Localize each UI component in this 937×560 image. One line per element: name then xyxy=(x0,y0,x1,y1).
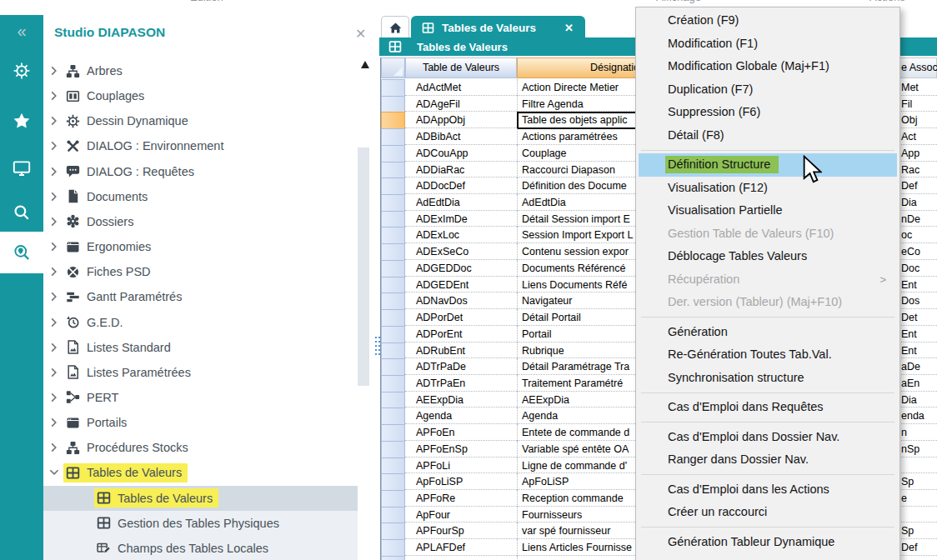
row-selector[interactable] xyxy=(381,243,405,261)
menu-item-der-version-tableur-maj-f10-[interactable]: Der. version (Tableur) (Maj+F10) xyxy=(639,291,897,314)
cell-table-de-valeurs[interactable]: Agenda xyxy=(405,408,517,424)
row-selector[interactable] xyxy=(381,473,405,491)
tree-item-couplages[interactable]: Couplages xyxy=(43,83,358,108)
menu-item-visualisation-partielle[interactable]: Visualisation Partielle xyxy=(639,199,897,222)
menu-item-g-n-ration-tableur-dynamique[interactable]: Génération Tableur Dynamique xyxy=(639,531,897,554)
menu-item-cas-d-emploi-dans-dossier-nav-[interactable]: Cas d'Emploi dans Dossier Nav. xyxy=(639,426,897,449)
chevron-right-icon[interactable] xyxy=(50,141,58,151)
table-select-all-corner[interactable] xyxy=(381,58,405,78)
row-selector[interactable] xyxy=(381,539,405,557)
row-selector[interactable] xyxy=(381,309,405,327)
chevron-right-icon[interactable] xyxy=(50,342,58,352)
cell-table-de-valeurs[interactable]: ADBibAct xyxy=(405,128,517,145)
menu-item-gestion-table-de-valeurs-f10-[interactable]: Gestion Table de Valeurs (F10) xyxy=(639,222,897,246)
menubar-item-affichage[interactable]: Affichage xyxy=(656,0,701,3)
tree-item-dossiers[interactable]: Dossiers xyxy=(43,209,358,234)
chevron-right-icon[interactable] xyxy=(50,368,58,378)
sidebar-item-monitor[interactable] xyxy=(0,148,43,189)
cell-table-de-valeurs[interactable] xyxy=(405,556,517,560)
row-selector[interactable] xyxy=(381,392,405,409)
cell-table-de-valeurs[interactable]: ADAppObj xyxy=(405,112,517,128)
cell-table-de-valeurs[interactable]: ApFour xyxy=(405,507,517,523)
row-selector[interactable] xyxy=(381,96,405,113)
tree-item-portails[interactable]: Portails xyxy=(43,410,358,435)
chevron-right-icon[interactable] xyxy=(50,292,58,302)
tab-home[interactable] xyxy=(381,16,409,39)
row-selector[interactable] xyxy=(381,194,405,212)
row-selector[interactable] xyxy=(381,145,405,162)
row-selector[interactable] xyxy=(381,227,405,244)
chevron-right-icon[interactable] xyxy=(50,267,58,277)
chevron-right-icon[interactable] xyxy=(50,318,58,328)
tree-item-gestion-des-tables-physiques[interactable]: Gestion des Tables Physiques xyxy=(43,511,358,536)
row-selector[interactable] xyxy=(381,556,405,560)
cell-table-de-valeurs[interactable]: APFoRe xyxy=(405,490,517,507)
menubar-item-edition[interactable]: Edition xyxy=(190,0,223,3)
cell-table-de-valeurs[interactable]: ADRubEnt xyxy=(405,342,517,359)
tree-item-proc-dures-stocks[interactable]: Procédures Stocks xyxy=(43,435,358,460)
tree-scrollbar-thumb[interactable] xyxy=(358,148,369,386)
chevron-right-icon[interactable] xyxy=(50,392,58,402)
chevron-down-icon[interactable] xyxy=(50,468,58,478)
tree-item-g-e-d-[interactable]: G.E.D. xyxy=(43,310,358,335)
row-selector[interactable] xyxy=(381,162,405,179)
cell-table-de-valeurs[interactable]: APFoLi xyxy=(405,458,517,474)
row-selector[interactable] xyxy=(381,260,405,278)
chevron-right-icon[interactable] xyxy=(50,116,58,126)
chevron-right-icon[interactable] xyxy=(50,418,58,428)
row-selector[interactable] xyxy=(381,358,405,376)
collapse-sidebar-button[interactable]: « xyxy=(0,22,43,40)
cell-table-de-valeurs[interactable]: ADCouApp xyxy=(405,145,517,162)
row-selector[interactable] xyxy=(381,128,405,146)
cell-table-de-valeurs[interactable]: ADTrPaDe xyxy=(405,358,517,375)
column-header-table-de-valeurs[interactable]: Table de Valeurs xyxy=(405,58,517,78)
cell-table-de-valeurs[interactable]: ADDocDef xyxy=(405,178,517,194)
row-selector[interactable] xyxy=(381,292,405,310)
row-selector[interactable] xyxy=(381,326,405,343)
tree-item-listes-standard[interactable]: Listes Standard xyxy=(43,335,358,360)
tree-item-dialog-environnement[interactable]: DIALOG : Environnement xyxy=(43,133,358,158)
chevron-right-icon[interactable] xyxy=(50,442,58,452)
menu-item-r-cup-ration[interactable]: Récupération> xyxy=(639,268,897,292)
tree-item-dessin-dynamique[interactable]: Dessin Dynamique xyxy=(43,108,358,133)
row-selector[interactable] xyxy=(381,522,405,540)
row-selector[interactable] xyxy=(381,375,405,392)
row-selector[interactable] xyxy=(381,342,405,360)
cell-table-de-valeurs[interactable]: AdEdtDia xyxy=(405,194,517,211)
chevron-right-icon[interactable] xyxy=(50,91,58,101)
cell-table-de-valeurs[interactable]: ADNavDos xyxy=(405,292,517,309)
tree-item-tables-de-valeurs[interactable]: Tables de Valeurs xyxy=(43,486,358,511)
cell-table-de-valeurs[interactable]: APFourSp xyxy=(405,522,517,539)
row-selector[interactable] xyxy=(381,211,405,228)
tree-item-ergonomies[interactable]: Ergonomies xyxy=(43,234,358,259)
menu-item-visualisation-f12-[interactable]: Visualisation (F12) xyxy=(639,177,897,200)
menu-item-g-n-ration[interactable]: Génération xyxy=(639,321,897,344)
tree-close-icon[interactable]: ✕ xyxy=(355,26,366,42)
menu-item-synchronisation-structure[interactable]: Synchronisation structure xyxy=(639,367,897,390)
menu-item-cas-d-emploi-dans-les-actions[interactable]: Cas d'Emploi dans les Actions xyxy=(639,478,897,502)
menubar-item-actions[interactable]: Actions xyxy=(869,0,905,3)
row-selector[interactable] xyxy=(381,490,405,508)
menu-item-cr-er-un-raccourci[interactable]: Créer un raccourci xyxy=(639,501,897,524)
tree-item-arbres[interactable]: Arbres xyxy=(43,58,358,83)
cell-table-de-valeurs[interactable]: ADGEDDoc xyxy=(405,260,517,277)
row-selector[interactable] xyxy=(381,277,405,294)
menu-item-cas-d-emploi-dans-requ-tes[interactable]: Cas d'Emploi dans Requêtes xyxy=(639,396,897,419)
cell-table-de-valeurs[interactable]: APFoEn xyxy=(405,424,517,441)
tree-item-pert[interactable]: PERT xyxy=(43,385,358,410)
cell-table-de-valeurs[interactable]: APLAFDef xyxy=(405,539,517,556)
chevron-right-icon[interactable] xyxy=(50,242,58,252)
scrollbar-up-icon[interactable] xyxy=(361,61,369,68)
menu-item-d-finition-structure[interactable]: Définition Structure xyxy=(639,153,897,177)
row-selector[interactable] xyxy=(381,112,405,129)
tab-tables-de-valeurs[interactable]: Tables de Valeurs ✕ xyxy=(411,16,585,39)
chevron-right-icon[interactable] xyxy=(50,66,58,76)
tree-item-gantt-param-tr-s[interactable]: Gantt Paramétrés xyxy=(43,284,358,309)
cell-table-de-valeurs[interactable]: ADGEDEnt xyxy=(405,277,517,293)
tree-item-champs-des-tables-locales[interactable]: Champs des Tables Locales xyxy=(43,536,358,560)
cell-table-de-valeurs[interactable]: ADDiaRac xyxy=(405,162,517,178)
tree-item-dialog-requ-tes[interactable]: DIALOG : Requêtes xyxy=(43,159,358,184)
menu-item-d-tail-f8-[interactable]: Détail (F8) xyxy=(639,124,897,148)
row-selector[interactable] xyxy=(381,458,405,475)
menu-item-d-blocage-tables-valeurs[interactable]: Déblocage Tables Valeurs xyxy=(639,245,897,268)
